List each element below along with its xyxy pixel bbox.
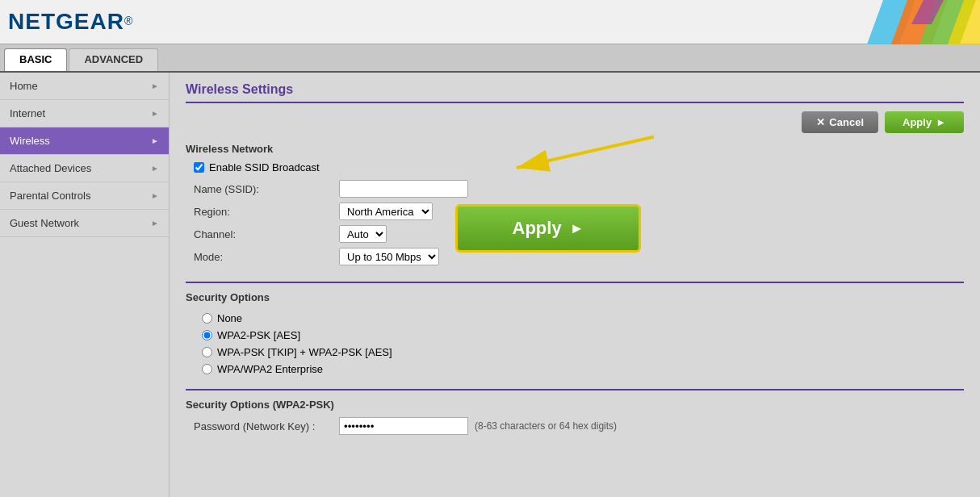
security-wpa2psk-label: WPA2-PSK [AES]: [217, 329, 300, 341]
mode-label: Mode:: [194, 251, 339, 263]
sidebar-item-home[interactable]: Home ►: [0, 73, 169, 100]
sidebar-item-guest-network[interactable]: Guest Network ►: [0, 210, 169, 237]
region-apply-area: Region: North America Europe Asia Channe…: [186, 203, 964, 270]
password-row: Password (Network Key) : (8-63 character…: [186, 417, 964, 435]
security-wpapsk-radio[interactable]: [202, 347, 212, 357]
logo-registered: ®: [124, 15, 132, 27]
security-options-section: Security Options None WPA2-PSK [AES] WPA…: [186, 291, 964, 378]
sidebar-home-arrow: ►: [151, 81, 159, 90]
sidebar-item-home-label: Home: [10, 80, 38, 92]
enable-ssid-checkbox[interactable]: [194, 162, 204, 173]
tab-advanced[interactable]: ADVANCED: [69, 48, 158, 71]
name-ssid-input[interactable]: [339, 180, 468, 198]
cancel-button-top[interactable]: ✕ Cancel: [802, 111, 878, 133]
sidebar-item-parental-controls[interactable]: Parental Controls ►: [0, 182, 169, 210]
sidebar-wireless-arrow: ►: [151, 136, 159, 145]
apply-top-label: Apply: [903, 116, 932, 128]
wpa2-section: Security Options (WPA2-PSK) Password (Ne…: [186, 399, 964, 435]
divider-2: [186, 389, 964, 390]
password-hint: (8-63 characters or 64 hex digits): [475, 420, 617, 432]
logo-diamonds: [738, 0, 980, 44]
tab-basic[interactable]: BASIC: [4, 48, 67, 71]
apply-big-label: Apply: [513, 218, 562, 239]
name-ssid-row: Name (SSID):: [186, 180, 964, 198]
security-wpapsk-row: WPA-PSK [TKIP] + WPA2-PSK [AES]: [186, 344, 964, 361]
sidebar-item-attached-label: Attached Devices: [10, 162, 91, 174]
security-enterprise-radio[interactable]: [202, 364, 212, 374]
security-none-row: None: [186, 310, 964, 327]
password-input[interactable]: [339, 417, 468, 435]
region-select[interactable]: North America Europe Asia: [339, 203, 433, 220]
cancel-label: Cancel: [829, 116, 864, 128]
apply-button-main[interactable]: Apply ►: [455, 204, 641, 253]
region-row: Region: North America Europe Asia: [186, 203, 439, 220]
security-enterprise-label: WPA/WPA2 Enterprise: [217, 363, 323, 375]
sidebar-item-internet-label: Internet: [10, 107, 45, 119]
security-options-title: Security Options: [186, 291, 964, 303]
wireless-network-section: Wireless Network Enable SSID Broadcast N…: [186, 143, 964, 270]
sidebar-item-wireless-label: Wireless: [10, 135, 50, 147]
divider-1: [186, 282, 964, 283]
sidebar-item-wireless[interactable]: Wireless ►: [0, 127, 169, 155]
sidebar-internet-arrow: ►: [151, 109, 159, 118]
channel-row: Channel: Auto 123456: [186, 225, 439, 243]
sidebar-attached-arrow: ►: [151, 164, 159, 173]
apply-top-arrow: ►: [936, 116, 946, 128]
region-label: Region:: [194, 206, 339, 218]
security-wpa2psk-row: WPA2-PSK [AES]: [186, 327, 964, 344]
wpa2-section-title: Security Options (WPA2-PSK): [186, 399, 964, 411]
password-label: Password (Network Key) :: [194, 420, 339, 432]
top-buttons: ✕ Cancel Apply ►: [186, 111, 964, 133]
tabs-bar: BASIC ADVANCED: [0, 44, 980, 73]
sidebar-item-guest-label: Guest Network: [10, 217, 79, 229]
sidebar-item-attached-devices[interactable]: Attached Devices ►: [0, 155, 169, 182]
mode-select[interactable]: Up to 150 Mbps Up to 300 Mbps Up to 450 …: [339, 248, 439, 265]
sidebar-item-internet[interactable]: Internet ►: [0, 100, 169, 127]
apply-big-arrow-icon: ►: [570, 220, 584, 237]
sidebar-guest-arrow: ►: [151, 219, 159, 228]
security-wpapsk-label: WPA-PSK [TKIP] + WPA2-PSK [AES]: [217, 346, 392, 358]
apply-button-top[interactable]: Apply ►: [885, 111, 964, 133]
logo-svg: [738, 0, 980, 44]
sidebar-item-parental-label: Parental Controls: [10, 190, 90, 202]
header: NETGEAR®: [0, 0, 980, 44]
channel-label: Channel:: [194, 228, 339, 240]
security-none-radio[interactable]: [202, 313, 212, 324]
channel-select[interactable]: Auto 123456: [339, 225, 387, 243]
logo-text: NETGEAR: [8, 9, 124, 34]
security-none-label: None: [217, 312, 242, 324]
logo: NETGEAR®: [8, 9, 132, 35]
security-wpa2psk-radio[interactable]: [202, 330, 212, 340]
security-enterprise-row: WPA/WPA2 Enterprise: [186, 361, 964, 378]
mode-row: Mode: Up to 150 Mbps Up to 300 Mbps Up t…: [186, 248, 439, 265]
enable-ssid-label: Enable SSID Broadcast: [209, 161, 320, 173]
sidebar: Home ► Internet ► Wireless ► Attached De…: [0, 73, 170, 497]
page-title: Wireless Settings: [186, 82, 964, 103]
apply-big-area: Apply ►: [455, 204, 641, 253]
name-ssid-label: Name (SSID):: [194, 183, 339, 195]
sidebar-parental-arrow: ►: [151, 191, 159, 200]
main-layout: Home ► Internet ► Wireless ► Attached De…: [0, 73, 980, 497]
wireless-network-title: Wireless Network: [186, 143, 964, 155]
content-area: Wireless Settings ✕ Cancel Apply ► Wirel…: [170, 73, 980, 497]
region-channel-mode-fields: Region: North America Europe Asia Channe…: [186, 203, 439, 270]
enable-ssid-row: Enable SSID Broadcast: [186, 161, 964, 173]
x-icon: ✕: [816, 116, 825, 128]
